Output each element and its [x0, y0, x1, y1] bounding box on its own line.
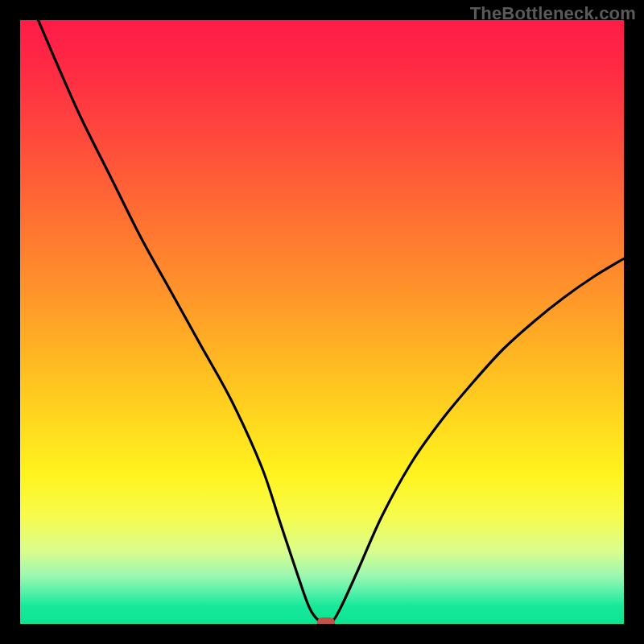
plot-area	[20, 20, 624, 624]
chart-stage: TheBottleneck.com	[0, 0, 644, 644]
valley-marker	[317, 617, 335, 624]
bottleneck-curve	[20, 20, 624, 624]
